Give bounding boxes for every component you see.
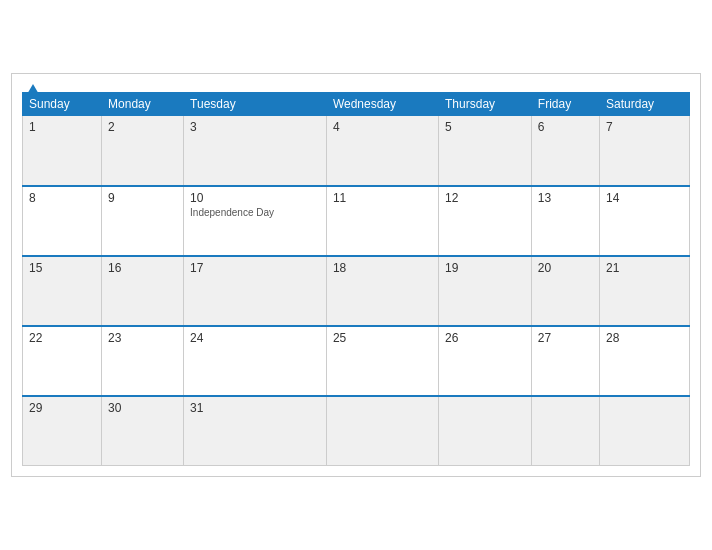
calendar-container: SundayMondayTuesdayWednesdayThursdayFrid… — [11, 73, 701, 477]
column-header-tuesday: Tuesday — [184, 93, 327, 116]
column-header-thursday: Thursday — [439, 93, 532, 116]
calendar-table: SundayMondayTuesdayWednesdayThursdayFrid… — [22, 92, 690, 466]
day-number: 20 — [538, 261, 551, 275]
day-cell: 23 — [102, 326, 184, 396]
day-cell: 10Independence Day — [184, 186, 327, 256]
column-header-monday: Monday — [102, 93, 184, 116]
day-cell: 4 — [326, 116, 438, 186]
day-number: 3 — [190, 120, 197, 134]
day-cell: 17 — [184, 256, 327, 326]
day-number: 24 — [190, 331, 203, 345]
day-cell: 11 — [326, 186, 438, 256]
day-cell: 19 — [439, 256, 532, 326]
day-number: 17 — [190, 261, 203, 275]
day-number: 4 — [333, 120, 340, 134]
day-cell: 26 — [439, 326, 532, 396]
day-cell: 22 — [23, 326, 102, 396]
day-number: 19 — [445, 261, 458, 275]
day-cell: 28 — [600, 326, 690, 396]
day-cell: 16 — [102, 256, 184, 326]
week-row: 22232425262728 — [23, 326, 690, 396]
day-number: 22 — [29, 331, 42, 345]
logo-blue-text — [22, 84, 40, 95]
day-number: 12 — [445, 191, 458, 205]
event-label: Independence Day — [190, 207, 320, 218]
header-row: SundayMondayTuesdayWednesdayThursdayFrid… — [23, 93, 690, 116]
day-number: 29 — [29, 401, 42, 415]
day-number: 13 — [538, 191, 551, 205]
day-number: 7 — [606, 120, 613, 134]
day-number: 14 — [606, 191, 619, 205]
day-cell: 21 — [600, 256, 690, 326]
day-cell: 14 — [600, 186, 690, 256]
day-cell: 1 — [23, 116, 102, 186]
day-cell — [439, 396, 532, 466]
day-cell: 7 — [600, 116, 690, 186]
day-number: 6 — [538, 120, 545, 134]
day-cell: 29 — [23, 396, 102, 466]
logo — [22, 84, 40, 95]
day-number: 8 — [29, 191, 36, 205]
day-number: 15 — [29, 261, 42, 275]
day-cell — [600, 396, 690, 466]
column-header-wednesday: Wednesday — [326, 93, 438, 116]
day-number: 31 — [190, 401, 203, 415]
day-cell: 6 — [531, 116, 599, 186]
day-cell: 12 — [439, 186, 532, 256]
column-header-friday: Friday — [531, 93, 599, 116]
day-cell: 3 — [184, 116, 327, 186]
day-cell: 31 — [184, 396, 327, 466]
day-number: 23 — [108, 331, 121, 345]
week-row: 8910Independence Day11121314 — [23, 186, 690, 256]
day-cell: 24 — [184, 326, 327, 396]
day-number: 2 — [108, 120, 115, 134]
day-cell: 9 — [102, 186, 184, 256]
day-number: 25 — [333, 331, 346, 345]
week-row: 15161718192021 — [23, 256, 690, 326]
week-row: 1234567 — [23, 116, 690, 186]
week-row: 293031 — [23, 396, 690, 466]
day-cell: 27 — [531, 326, 599, 396]
day-cell — [531, 396, 599, 466]
day-number: 27 — [538, 331, 551, 345]
day-cell: 20 — [531, 256, 599, 326]
day-number: 9 — [108, 191, 115, 205]
day-cell: 2 — [102, 116, 184, 186]
day-number: 26 — [445, 331, 458, 345]
day-cell: 5 — [439, 116, 532, 186]
column-header-saturday: Saturday — [600, 93, 690, 116]
logo-triangle-icon — [26, 84, 40, 96]
day-number: 1 — [29, 120, 36, 134]
day-number: 18 — [333, 261, 346, 275]
day-number: 28 — [606, 331, 619, 345]
day-cell: 18 — [326, 256, 438, 326]
day-cell: 8 — [23, 186, 102, 256]
day-number: 10 — [190, 191, 203, 205]
day-number: 16 — [108, 261, 121, 275]
day-number: 5 — [445, 120, 452, 134]
day-cell: 30 — [102, 396, 184, 466]
day-cell: 15 — [23, 256, 102, 326]
day-number: 30 — [108, 401, 121, 415]
day-cell: 25 — [326, 326, 438, 396]
day-number: 21 — [606, 261, 619, 275]
day-cell: 13 — [531, 186, 599, 256]
day-number: 11 — [333, 191, 346, 205]
day-cell — [326, 396, 438, 466]
